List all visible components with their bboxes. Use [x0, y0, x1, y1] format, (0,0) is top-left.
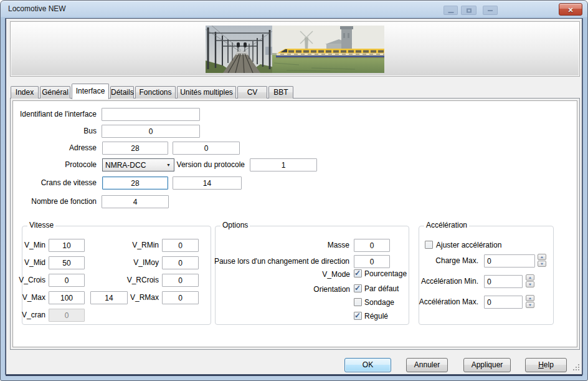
v-rmin-label: V_RMin	[132, 241, 159, 249]
v-mid-input[interactable]	[49, 256, 85, 269]
ghost-button-icon	[483, 6, 498, 15]
protocole-label: Protocole	[65, 160, 97, 169]
ok-button[interactable]: OK	[344, 358, 391, 372]
crans-vitesse-input-1[interactable]	[102, 176, 168, 190]
arrow-down-icon: ▼	[538, 262, 546, 266]
pause-direction-input[interactable]	[354, 255, 390, 268]
check-icon: ✓	[354, 269, 361, 277]
spin-up-button[interactable]: ▲	[538, 254, 546, 260]
protocole-value: NMRA-DCC	[105, 161, 146, 170]
interface-id-input[interactable]	[102, 108, 200, 121]
v-max-label: V_Max	[22, 293, 45, 302]
par-defaut-label[interactable]: Par défaut	[364, 284, 399, 293]
acceleration-group-title: Accélération	[424, 221, 469, 229]
tab-fonctions[interactable]: Fonctions	[135, 86, 176, 99]
window-title: Locomotive NEW	[8, 4, 66, 13]
tab-bar: Index Général Interface Détails Fonction…	[11, 83, 293, 99]
help-button[interactable]: Help	[525, 358, 567, 372]
acceleration-min-label: Accélération Min.	[421, 277, 478, 286]
tab-bbt[interactable]: BBT	[268, 86, 293, 99]
v-crois-label: V_Crois	[19, 276, 45, 284]
arrow-up-icon: ▲	[526, 276, 534, 279]
masse-input[interactable]	[354, 239, 390, 252]
spin-up-button[interactable]: ▲	[526, 295, 534, 301]
v-max-alt-input[interactable]	[90, 291, 128, 304]
adresse-label: Adresse	[69, 143, 97, 152]
resize-grip[interactable]	[578, 369, 579, 370]
close-button[interactable]: ✕	[559, 3, 582, 16]
banner-strip	[10, 21, 580, 77]
help-accel: H	[538, 360, 544, 369]
charge-max-input[interactable]	[484, 254, 535, 268]
vitesse-group-title: Vitesse	[27, 221, 55, 229]
v-max-input[interactable]	[49, 291, 85, 304]
pourcentage-label[interactable]: Pourcentage	[364, 269, 407, 278]
annuler-button[interactable]: Annuler	[406, 358, 448, 372]
v-mode-label: V_Mode	[322, 270, 350, 279]
charge-max-stepper: ▲ ▼	[538, 254, 546, 268]
check-icon: ✓	[354, 311, 361, 320]
appliquer-button[interactable]: Appliquer	[463, 358, 511, 372]
tab-details[interactable]: Détails	[110, 86, 134, 99]
acceleration-min-input[interactable]	[484, 275, 523, 288]
ghost-maximize-icon	[461, 6, 477, 15]
dialog-client-area: Index Général Interface Détails Fonction…	[6, 18, 582, 375]
arrow-up-icon: ▲	[538, 255, 546, 259]
acceleration-max-stepper: ▲ ▼	[526, 295, 534, 309]
v-rcrois-input[interactable]	[162, 274, 199, 287]
v-cran-input	[49, 309, 85, 322]
v-crois-input[interactable]	[49, 274, 85, 287]
tab-general[interactable]: Général	[40, 86, 70, 99]
arrow-down-icon: ▼	[526, 303, 534, 307]
adresse-input-1[interactable]	[102, 142, 168, 155]
acceleration-max-label: Accélération Max.	[419, 297, 478, 306]
nombre-fonction-label: Nombre de fonction	[31, 197, 97, 206]
v-rcrois-label: V_RCrois	[127, 276, 159, 284]
crans-vitesse-label: Crans de vitesse	[41, 178, 97, 187]
arrow-down-icon: ▼	[526, 282, 534, 286]
adresse-input-2[interactable]	[173, 142, 240, 155]
tab-unites-multiples[interactable]: Unités multiples	[177, 86, 236, 99]
bus-input[interactable]	[102, 125, 200, 138]
crans-vitesse-input-2[interactable]	[173, 176, 242, 190]
par-defaut-checkbox[interactable]: ✓	[354, 284, 362, 292]
v-rmax-input[interactable]	[162, 291, 199, 304]
titlebar[interactable]: Locomotive NEW ✕	[1, 1, 587, 18]
tab-interface[interactable]: Interface	[72, 84, 109, 99]
tab-index[interactable]: Index	[11, 86, 39, 99]
v-mid-label: V_Mid	[24, 258, 45, 267]
v-rmax-label: V_RMax	[130, 293, 159, 302]
nombre-fonction-input[interactable]	[102, 195, 169, 208]
options-group-title: Options	[220, 221, 250, 229]
regule-label[interactable]: Régulé	[364, 312, 388, 321]
sondage-label[interactable]: Sondage	[364, 298, 394, 307]
arrow-up-icon: ▲	[526, 296, 534, 300]
v-imoy-label: V_IMoy	[133, 258, 159, 267]
help-rest: elp	[544, 360, 554, 369]
sondage-checkbox[interactable]: ✓	[354, 298, 362, 306]
charge-max-label: Charge Max.	[435, 256, 478, 265]
acceleration-min-stepper: ▲ ▼	[526, 274, 534, 288]
pourcentage-checkbox[interactable]: ✓	[354, 269, 362, 277]
spin-down-button[interactable]: ▼	[538, 261, 546, 267]
spin-down-button[interactable]: ▼	[526, 281, 534, 287]
v-imoy-input[interactable]	[162, 256, 199, 269]
version-protocole-input[interactable]	[250, 158, 317, 171]
check-icon: ✓	[354, 284, 361, 292]
masse-label: Masse	[328, 241, 349, 249]
regule-checkbox[interactable]: ✓	[354, 312, 362, 320]
spin-down-button[interactable]: ▼	[526, 302, 534, 308]
acceleration-max-input[interactable]	[484, 296, 523, 309]
banner-photo	[206, 26, 384, 73]
v-rmin-input[interactable]	[162, 239, 199, 252]
ajuster-acceleration-label[interactable]: Ajuster accélération	[436, 241, 501, 249]
v-min-input[interactable]	[49, 239, 85, 252]
tab-cv[interactable]: CV	[237, 86, 267, 99]
bus-label: Bus	[83, 127, 97, 135]
pause-direction-label: Pause lors d'un changement de direction	[214, 257, 349, 266]
spin-up-button[interactable]: ▲	[526, 274, 534, 281]
v-cran-label: V_cran	[22, 311, 45, 319]
dialog-window: Locomotive NEW ✕	[0, 0, 588, 381]
protocole-combobox[interactable]: NMRA-DCC ▼	[102, 158, 174, 171]
ajuster-acceleration-checkbox[interactable]: ✓	[425, 241, 433, 249]
